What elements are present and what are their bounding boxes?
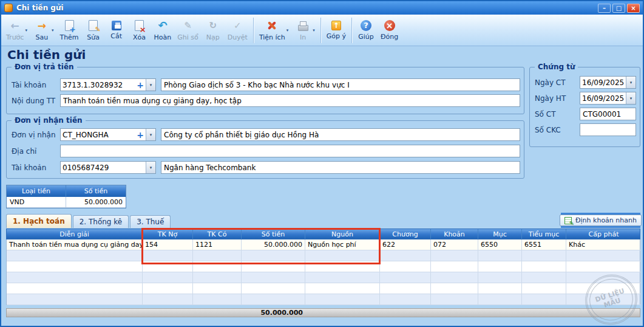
grid-cell[interactable] (431, 294, 478, 305)
receiver-account-combo[interactable]: ▾ (60, 161, 156, 174)
doc-date-ct-input[interactable] (580, 78, 626, 87)
grid-cell[interactable] (522, 294, 566, 305)
grid-cell[interactable] (143, 283, 193, 294)
grid-cell[interactable] (522, 272, 566, 283)
payer-content-input[interactable] (60, 94, 520, 107)
doc-date-ct-field[interactable]: ▾ (580, 76, 636, 89)
receiver-account-name-input[interactable] (161, 161, 520, 174)
grid-cell[interactable] (431, 261, 478, 272)
grid-cell[interactable] (242, 283, 305, 294)
grid-cell[interactable] (193, 250, 242, 261)
grid-cell[interactable] (143, 250, 193, 261)
toolbar-button-truoc[interactable]: Trước▾ (4, 16, 30, 44)
chevron-down-icon[interactable]: ▾ (626, 92, 636, 104)
grid-cell[interactable] (193, 272, 242, 283)
grid-cell[interactable] (380, 250, 431, 261)
close-button[interactable]: × (627, 4, 640, 13)
grid-cell[interactable] (305, 261, 380, 272)
table-row-empty[interactable] (6, 261, 640, 272)
grid-cell[interactable] (522, 250, 566, 261)
chevron-down-icon[interactable]: ▾ (146, 162, 155, 173)
grid-cell[interactable] (143, 261, 193, 272)
grid-cell[interactable] (305, 294, 380, 305)
payer-account-code-input[interactable] (61, 81, 135, 89)
grid-cell[interactable] (7, 283, 143, 294)
grid-cell[interactable]: 6550 (478, 239, 522, 250)
grid-cell[interactable]: Khác (566, 239, 641, 250)
grid-cell[interactable]: 50.000.000 (242, 239, 305, 250)
toolbar-button-duyet[interactable]: Duyệt (225, 16, 250, 44)
grid-cell[interactable] (305, 272, 380, 283)
minimize-button[interactable]: – (598, 4, 611, 13)
grid-cell[interactable] (380, 283, 431, 294)
toolbar-button-cat[interactable]: Cắt (106, 16, 127, 44)
chevron-down-icon[interactable]: ▾ (146, 129, 155, 140)
toolbar-button-hoan[interactable]: Hoàn (152, 16, 174, 44)
table-row[interactable]: Thanh toán tiền mua dụng cụ giảng day...… (6, 239, 640, 250)
grid-cell[interactable]: Thanh toán tiền mua dụng cụ giảng day... (7, 239, 143, 250)
grid-cell[interactable] (193, 294, 242, 305)
currency-amount-cell[interactable]: 50.000.000 (66, 197, 126, 208)
grid-cell[interactable] (242, 250, 305, 261)
grid-cell[interactable]: 072 (431, 239, 478, 250)
receiver-address-input[interactable] (60, 145, 520, 157)
grid-cell[interactable] (305, 250, 380, 261)
add-plus-icon[interactable]: + (135, 80, 146, 90)
chevron-down-icon[interactable]: ▾ (626, 77, 636, 88)
grid-cell[interactable] (566, 261, 641, 272)
grid-cell[interactable] (478, 283, 522, 294)
grid-cell[interactable] (478, 272, 522, 283)
grid-cell[interactable] (143, 294, 193, 305)
grid-cell[interactable] (143, 272, 193, 283)
doc-number-input[interactable] (580, 108, 636, 120)
toolbar-button-giup[interactable]: Giúp (355, 16, 377, 44)
grid-cell[interactable]: Nguồn học phí (305, 239, 380, 250)
grid-cell[interactable] (431, 272, 478, 283)
grid-cell[interactable] (431, 250, 478, 261)
grid-cell[interactable] (7, 261, 143, 272)
tab-thong-ke[interactable]: 2. Thống kê (73, 215, 129, 228)
chevron-down-icon[interactable]: ▾ (313, 28, 315, 33)
toolbar-button-tien-ich[interactable]: Tiện ích▾ (257, 16, 291, 44)
grid-cell[interactable] (242, 261, 305, 272)
grid-cell[interactable] (7, 272, 143, 283)
toolbar-button-xoa[interactable]: Xóa (129, 16, 151, 44)
payer-account-combo[interactable]: + ▾ (60, 78, 156, 91)
toolbar-button-ghi-so[interactable]: Ghi sổ (175, 16, 201, 44)
table-row-empty[interactable] (6, 272, 640, 283)
toolbar-button-in[interactable]: In▾ (292, 16, 317, 44)
receiver-unit-code-input[interactable] (61, 131, 135, 139)
grid-cell[interactable] (566, 250, 641, 261)
chevron-down-icon[interactable]: ▾ (286, 28, 289, 33)
toolbar-button-nap[interactable]: Nạp (202, 16, 224, 44)
grid-cell[interactable] (566, 283, 641, 294)
chevron-down-icon[interactable]: ▾ (25, 28, 27, 33)
table-row-empty[interactable] (6, 294, 640, 305)
chevron-down-icon[interactable]: ▾ (146, 79, 155, 91)
tab-thue[interactable]: 3. Thuế (130, 215, 171, 228)
payer-account-name-input[interactable] (161, 78, 520, 91)
grid-cell[interactable] (7, 294, 143, 305)
grid-cell[interactable] (380, 261, 431, 272)
toolbar-button-them[interactable]: Thêm (57, 16, 81, 44)
tab-hach-toan[interactable]: 1. Hạch toán (6, 214, 72, 228)
maximize-button[interactable]: □ (612, 4, 625, 13)
toolbar-button-sau[interactable]: Sau▾ (31, 16, 56, 44)
grid-cell[interactable] (7, 250, 143, 261)
grid-cell[interactable] (242, 294, 305, 305)
toolbar-button-dong[interactable]: Đóng (378, 16, 401, 44)
receiver-unit-name-input[interactable] (161, 128, 520, 141)
grid-cell[interactable]: 154 (143, 239, 193, 250)
grid-cell[interactable] (431, 283, 478, 294)
grid-cell[interactable] (522, 283, 566, 294)
table-row-empty[interactable] (6, 283, 640, 294)
receiver-account-code-input[interactable] (61, 164, 146, 172)
chevron-down-icon[interactable]: ▾ (52, 28, 54, 33)
quick-entry-button[interactable]: Định khoản nhanh (560, 215, 642, 226)
grid-cell[interactable] (380, 272, 431, 283)
grid-cell[interactable] (566, 272, 641, 283)
grid-cell[interactable] (193, 261, 242, 272)
grid-cell[interactable]: 6551 (522, 239, 566, 250)
doc-date-ht-input[interactable] (580, 94, 626, 103)
grid-cell[interactable] (242, 272, 305, 283)
